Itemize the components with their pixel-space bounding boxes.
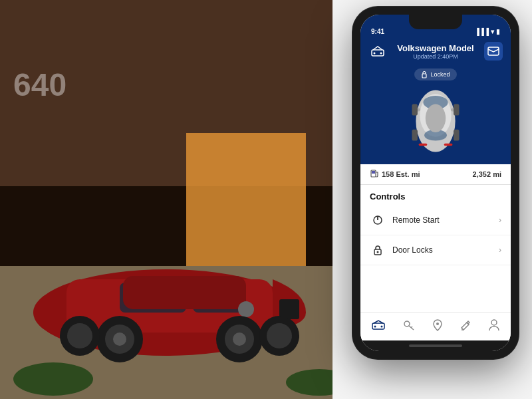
svg-rect-38: [419, 144, 428, 146]
nav-edit[interactable]: [455, 319, 476, 332]
svg-point-23: [267, 323, 292, 348]
stats-row: 158 Est. mi 2,352 mi: [360, 164, 511, 185]
svg-rect-42: [412, 130, 417, 141]
svg-point-19: [233, 332, 246, 346]
signal-icon: ▐▐▐: [475, 28, 489, 35]
mileage-value: 2,352 mi: [473, 170, 501, 178]
svg-rect-43: [454, 130, 459, 141]
background-photo: 640: [0, 0, 372, 399]
lock-badge: Locked: [414, 68, 456, 80]
svg-rect-40: [412, 104, 417, 116]
svg-point-56: [436, 323, 439, 325]
car-display-area: Locked: [360, 66, 511, 164]
svg-point-52: [381, 326, 383, 328]
svg-point-27: [374, 53, 376, 55]
svg-rect-45: [372, 171, 375, 174]
nav-location[interactable]: [428, 318, 448, 332]
bottom-nav: [360, 312, 511, 340]
controls-title: Controls: [360, 185, 511, 205]
lock-icon: [370, 242, 386, 258]
controls-section: Controls Remote Start ›: [360, 185, 511, 312]
background-svg: [0, 0, 372, 399]
door-locks-item[interactable]: Door Locks ›: [360, 235, 511, 265]
header-title: Volkswagen Model: [387, 43, 484, 53]
svg-rect-41: [454, 104, 459, 116]
svg-point-21: [67, 323, 92, 348]
phone-notch: [409, 15, 462, 29]
app-header: Volkswagen Model Updated 2:40PM: [360, 38, 511, 66]
svg-point-58: [491, 320, 497, 325]
svg-point-16: [113, 332, 126, 346]
svg-rect-6: [186, 133, 306, 266]
home-indicator: [360, 340, 511, 351]
svg-point-53: [404, 321, 410, 327]
phone-frame: 9:41 ▐▐▐ ▾ ▮ Volksw: [352, 7, 519, 359]
lock-status-text: Locked: [430, 71, 450, 78]
svg-rect-11: [123, 276, 246, 309]
status-icons: ▐▐▐ ▾ ▮: [475, 28, 500, 35]
nav-profile[interactable]: [483, 318, 505, 332]
wifi-icon: ▾: [491, 28, 494, 35]
car-top-view-svg: [396, 84, 475, 158]
nav-car[interactable]: [366, 319, 390, 332]
battery-icon: ▮: [496, 28, 500, 35]
header-avatar[interactable]: [484, 42, 503, 61]
building-number: 640: [13, 66, 66, 103]
svg-rect-30: [422, 74, 426, 78]
remote-start-chevron: ›: [499, 215, 501, 225]
car-home-icon[interactable]: [368, 42, 387, 61]
svg-point-24: [13, 362, 93, 396]
remote-start-item[interactable]: Remote Start ›: [360, 205, 511, 235]
phone-screen: 9:41 ▐▐▐ ▾ ▮ Volksw: [360, 15, 511, 351]
phone-device: 9:41 ▐▐▐ ▾ ▮ Volksw: [352, 7, 519, 359]
svg-rect-29: [488, 47, 499, 55]
door-locks-label: Door Locks: [392, 245, 499, 255]
home-bar: [409, 344, 462, 347]
fuel-value: 158 Est. mi: [382, 170, 420, 178]
svg-line-55: [411, 327, 412, 328]
svg-point-28: [380, 53, 382, 55]
remote-start-label: Remote Start: [392, 215, 499, 225]
svg-point-49: [377, 251, 379, 253]
status-time: 9:41: [371, 28, 384, 35]
svg-point-35: [426, 104, 446, 132]
header-center: Volkswagen Model Updated 2:40PM: [387, 43, 484, 60]
svg-point-51: [374, 326, 376, 328]
nav-key[interactable]: [398, 318, 420, 332]
power-icon: [370, 212, 386, 228]
mileage-stat: 2,352 mi: [473, 170, 501, 178]
svg-point-13: [238, 301, 254, 317]
door-locks-chevron: ›: [499, 245, 501, 255]
fuel-stat: 158 Est. mi: [370, 170, 420, 179]
svg-rect-39: [444, 144, 453, 146]
header-subtitle: Updated 2:40PM: [387, 53, 484, 60]
